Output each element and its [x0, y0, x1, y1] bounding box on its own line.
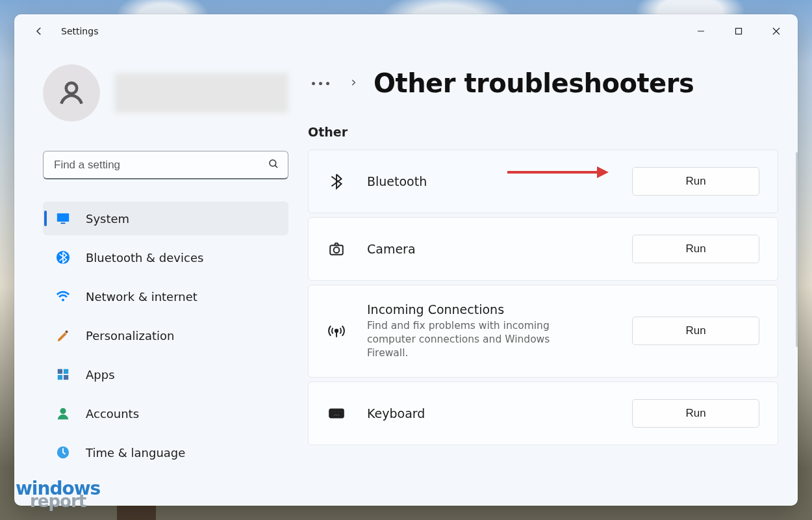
svg-rect-17: [329, 409, 344, 417]
svg-point-12: [60, 408, 66, 414]
app-title: Settings: [61, 26, 98, 36]
sidebar-item-label: Personalization: [86, 329, 174, 343]
svg-rect-10: [58, 375, 62, 380]
run-button-keyboard[interactable]: Run: [632, 399, 759, 428]
sidebar-item-label: Bluetooth & devices: [86, 251, 203, 265]
troubleshooter-camera: CameraRun: [308, 217, 778, 281]
svg-rect-4: [60, 222, 65, 224]
main-content: Other troubleshooters Other BluetoothRun…: [308, 48, 798, 506]
svg-rect-19: [335, 411, 336, 413]
watermark: windows report: [16, 481, 100, 508]
troubleshooter-title: Incoming Connections: [367, 302, 611, 317]
troubleshooter-keyboard: KeyboardRun: [308, 382, 778, 445]
sidebar-item-label: Network & internet: [86, 290, 197, 304]
troubleshooter-desc: Find and fix problems with incoming comp…: [367, 319, 575, 360]
account-name-redacted: [114, 73, 288, 113]
svg-rect-21: [340, 411, 341, 413]
run-button-bluetooth[interactable]: Run: [632, 167, 759, 196]
sidebar-item-apps[interactable]: Apps: [43, 358, 288, 391]
search-icon: [268, 158, 279, 172]
page-title: Other troubleshooters: [374, 68, 694, 98]
bluetooth-devices-icon: [56, 250, 70, 265]
troubleshooter-list: BluetoothRunCameraRunIncoming Connection…: [308, 150, 793, 445]
svg-rect-9: [64, 369, 68, 374]
troubleshooter-title: Bluetooth: [367, 174, 611, 188]
apps-icon: [56, 367, 70, 382]
breadcrumb: Other troubleshooters: [308, 65, 793, 101]
minimize-button[interactable]: [682, 18, 720, 45]
svg-point-2: [270, 160, 276, 166]
run-button-camera[interactable]: Run: [632, 235, 759, 263]
settings-window: Settings SystemBluetooth & devicesNetwor…: [14, 14, 798, 506]
svg-rect-8: [58, 369, 62, 374]
sidebar-item-label: System: [86, 212, 129, 226]
incoming-connections-icon: [327, 321, 346, 341]
accounts-icon: [56, 406, 70, 421]
svg-rect-22: [333, 414, 340, 415]
search-input[interactable]: [43, 151, 288, 179]
svg-rect-3: [57, 213, 69, 222]
troubleshooter-title: Keyboard: [367, 406, 611, 421]
svg-point-16: [335, 330, 338, 332]
troubleshooter-bluetooth: BluetoothRun: [308, 150, 778, 213]
svg-point-15: [334, 247, 340, 253]
svg-rect-20: [337, 411, 338, 413]
titlebar: Settings: [14, 14, 798, 48]
svg-point-1: [66, 83, 77, 94]
scrollbar[interactable]: [796, 152, 798, 347]
sidebar: SystemBluetooth & devicesNetwork & inter…: [14, 48, 308, 506]
network-internet-icon: [56, 289, 70, 304]
sidebar-item-bluetooth-devices[interactable]: Bluetooth & devices: [43, 240, 288, 274]
keyboard-icon: [327, 404, 346, 423]
camera-icon: [327, 239, 346, 259]
maximize-button[interactable]: [720, 18, 757, 45]
svg-rect-0: [736, 29, 742, 34]
sidebar-item-label: Time & language: [86, 446, 185, 460]
account-block[interactable]: [43, 64, 288, 122]
sidebar-item-time-language[interactable]: Time & language: [43, 436, 288, 469]
sidebar-item-label: Apps: [86, 368, 115, 382]
bluetooth-icon: [327, 172, 346, 191]
troubleshooter-title: Camera: [367, 242, 611, 256]
time-language-icon: [56, 445, 70, 460]
sidebar-item-personalization[interactable]: Personalization: [43, 318, 288, 352]
section-label: Other: [308, 125, 793, 139]
back-button[interactable]: [27, 20, 51, 43]
svg-rect-18: [331, 411, 333, 413]
nav-list: SystemBluetooth & devicesNetwork & inter…: [43, 202, 288, 474]
svg-rect-11: [64, 375, 68, 380]
sidebar-item-label: Accounts: [86, 407, 139, 421]
run-button-incoming-connections[interactable]: Run: [632, 317, 759, 345]
close-button[interactable]: [757, 18, 795, 45]
personalization-icon: [56, 328, 70, 343]
svg-point-6: [62, 298, 64, 301]
troubleshooter-incoming-connections: Incoming ConnectionsFind and fix problem…: [308, 285, 778, 378]
sidebar-item-accounts[interactable]: Accounts: [43, 396, 288, 430]
sidebar-item-network-internet[interactable]: Network & internet: [43, 280, 288, 313]
sidebar-item-system[interactable]: System: [43, 202, 288, 235]
svg-rect-7: [65, 330, 68, 333]
breadcrumb-more-button[interactable]: [308, 78, 333, 89]
chevron-right-icon: [349, 77, 358, 90]
system-icon: [56, 211, 70, 226]
avatar: [43, 64, 100, 122]
